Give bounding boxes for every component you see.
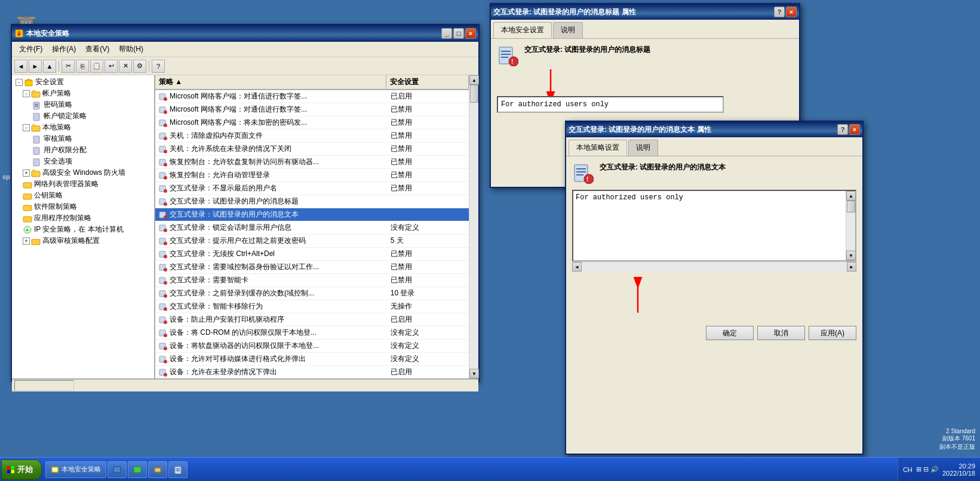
list-item[interactable]: 交互式登录：需要智能卡 已禁用 xyxy=(155,274,469,287)
list-item[interactable]: 交互式登录：锁定会话时显示用户信息 没有定义 xyxy=(155,221,469,235)
list-item[interactable]: 交互式登录：需要域控制器身份验证以对工作... 已禁用 xyxy=(155,261,469,274)
dialog1-tab2[interactable]: 说明 xyxy=(553,22,583,38)
main-window-titlebar[interactable]: 本地安全策略 _ □ × xyxy=(12,25,478,42)
menu-file[interactable]: 文件(F) xyxy=(14,43,47,56)
dialog1-titlebar[interactable]: 交互式登录: 试图登录的用户的消息标题 属性 ? × xyxy=(491,4,799,20)
tree-local-expand[interactable]: - xyxy=(23,124,30,131)
menu-help[interactable]: 帮助(H) xyxy=(114,43,148,56)
list-scrollbar[interactable]: ▲ ▼ xyxy=(469,75,478,378)
tree-item-advanced-audit[interactable]: + 高级审核策略配置 xyxy=(12,235,154,246)
h-scroll-right-btn[interactable]: ► xyxy=(847,262,856,272)
toolbar-forward[interactable]: ► xyxy=(29,60,42,73)
dialog1-tab1[interactable]: 本地安全设置 xyxy=(493,22,552,38)
textarea-scroll-thumb[interactable] xyxy=(847,201,855,212)
taskbar-item-2[interactable] xyxy=(107,461,127,478)
textarea-scroll-up[interactable]: ▲ xyxy=(846,191,856,201)
list-item[interactable]: 设备：防止用户安装打印机驱动程序 已启用 xyxy=(155,313,469,326)
taskbar-item-1[interactable]: 本地安全策略 xyxy=(45,461,106,478)
dialog2-tab2[interactable]: 说明 xyxy=(628,140,658,156)
list-item[interactable]: 设备：允许对可移动媒体进行格式化并弹出 没有定义 xyxy=(155,353,469,366)
tree-item-ipsec[interactable]: IP 安全策略，在 本地计算机 xyxy=(12,224,154,235)
scroll-up-btn[interactable]: ▲ xyxy=(469,75,479,85)
list-item[interactable]: 关机：清除虚拟内存页面文件 已禁用 xyxy=(155,130,469,143)
dialog1-help-btn[interactable]: ? xyxy=(774,7,785,17)
taskbar-item-4[interactable] xyxy=(148,461,167,478)
list-item[interactable]: 关机：允许系统在未登录的情况下关闭 已禁用 xyxy=(155,143,469,156)
list-item-selected[interactable]: 交互式登录：试图登录的用户的消息文本 xyxy=(155,208,469,221)
message-title-input[interactable] xyxy=(497,96,724,113)
tree-item-account-policies[interactable]: - 帐户策略 xyxy=(12,88,154,99)
textarea-v-scrollbar[interactable]: ▲ ▼ xyxy=(846,191,855,260)
list-item[interactable]: 设备：将软盘驱动器的访问权限仅限于本地登... 没有定义 xyxy=(155,340,469,353)
scroll-down-btn[interactable]: ▼ xyxy=(469,369,479,378)
dialog2-titlebar[interactable]: 交互式登录: 试图登录的用户的消息文本 属性 ? × xyxy=(566,122,862,137)
h-scroll-track[interactable] xyxy=(582,262,847,271)
dialog2-close-btn[interactable]: × xyxy=(849,124,860,135)
list-item[interactable]: 交互式登录：之前登录到缓存的次数(域控制... 10 登录 xyxy=(155,287,469,300)
dialog2-help-btn[interactable]: ? xyxy=(837,124,848,135)
window-content: - 安全设置 - 帐户策略 xyxy=(12,75,478,378)
h-scroll-left-btn[interactable]: ◄ xyxy=(572,262,582,272)
tree-item-firewall[interactable]: + 高级安全 Windows 防火墙 xyxy=(12,167,154,178)
toolbar-copy[interactable]: ⎘ xyxy=(76,60,89,73)
textarea-h-scrollbar[interactable]: ◄ ► xyxy=(572,261,856,271)
menu-action[interactable]: 操作(A) xyxy=(47,43,81,56)
message-text-input[interactable]: For authorized users only xyxy=(573,191,846,260)
tree-acct-expand[interactable]: - xyxy=(23,90,30,97)
tree-item-netlist[interactable]: 网络列表管理器策略 xyxy=(12,178,154,190)
dialog1-close-btn[interactable]: × xyxy=(786,7,797,17)
dialog2-ok-btn[interactable]: 确定 xyxy=(706,326,754,340)
start-button[interactable]: 开始 xyxy=(1,460,42,480)
tree-item-audit-policy[interactable]: 审核策略 xyxy=(12,133,154,144)
svg-rect-73 xyxy=(501,54,511,55)
toolbar-back[interactable]: ◄ xyxy=(14,60,27,73)
toolbar-delete[interactable]: ✕ xyxy=(119,60,132,73)
taskbar-item-5[interactable] xyxy=(168,461,188,478)
toolbar-cut[interactable]: ✂ xyxy=(62,60,75,73)
tree-item-pubkey[interactable]: 公钥策略 xyxy=(12,190,154,201)
list-item[interactable]: 交互式登录：无须按 Ctrl+Alt+Del 已禁用 xyxy=(155,248,469,261)
tree-root-expand[interactable]: - xyxy=(16,79,23,86)
textarea-scroll-down[interactable]: ▼ xyxy=(846,251,856,260)
list-item[interactable]: 恢复控制台：允许软盘复制并访问所有驱动器... 已禁用 xyxy=(155,156,469,169)
scroll-track[interactable] xyxy=(469,85,478,369)
header-security-setting[interactable]: 安全设置 xyxy=(386,75,469,89)
version-line2: 副版本 7601 xyxy=(939,434,975,443)
list-item[interactable]: Microsoft 网络客户端：对通信进行数字签... 已启用 xyxy=(155,90,469,103)
toolbar-help[interactable]: ? xyxy=(152,60,165,73)
tree-item-security-options[interactable]: 安全选项 xyxy=(12,156,154,167)
list-item[interactable]: 恢复控制台：允许自动管理登录 已禁用 xyxy=(155,169,469,182)
dialog2-apply-btn[interactable]: 应用(A) xyxy=(809,326,856,340)
tree-item-password-policy[interactable]: 密码策略 xyxy=(12,99,154,110)
menu-view[interactable]: 查看(V) xyxy=(81,43,114,56)
tree-item-applocker[interactable]: 应用程序控制策略 xyxy=(12,212,154,224)
list-item[interactable]: 设备：允许在未登录的情况下弹出 已启用 xyxy=(155,366,469,378)
list-item[interactable]: Microsoft 网络客户端：对通信进行数字签... 已禁用 xyxy=(155,103,469,116)
list-item[interactable]: 交互式登录：不显示最后的用户名 已禁用 xyxy=(155,182,469,195)
tree-item-lockout-policy[interactable]: 帐户锁定策略 xyxy=(12,110,154,122)
taskbar-item-3[interactable] xyxy=(128,461,147,478)
header-policy[interactable]: 策略 ▲ xyxy=(155,75,386,89)
list-item[interactable]: 交互式登录：试图登录的用户的消息标题 xyxy=(155,195,469,208)
list-item[interactable]: 交互式登录：智能卡移除行为 无操作 xyxy=(155,300,469,313)
tree-firewall-expand[interactable]: + xyxy=(23,169,30,177)
toolbar-undo[interactable]: ↩ xyxy=(105,60,118,73)
tree-adv-audit-expand[interactable]: + xyxy=(23,238,30,245)
toolbar-paste[interactable]: 📋 xyxy=(90,60,103,73)
tree-item-user-rights[interactable]: 用户权限分配 xyxy=(12,144,154,156)
dialog2-cancel-btn[interactable]: 取消 xyxy=(757,326,805,340)
list-item[interactable]: 设备：将 CD-ROM 的访问权限仅限于本地登... 没有定义 xyxy=(155,326,469,340)
close-button[interactable]: × xyxy=(465,28,476,39)
textarea-scroll-track[interactable] xyxy=(846,201,855,251)
dialog2-tab1[interactable]: 本地策略设置 xyxy=(569,140,627,156)
list-item[interactable]: 交互式登录：提示用户在过期之前更改密码 5 天 xyxy=(155,235,469,248)
toolbar-up[interactable]: ▲ xyxy=(43,60,56,73)
minimize-button[interactable]: _ xyxy=(441,28,452,39)
list-item[interactable]: Microsoft 网络客户端：将未加密的密码发... 已禁用 xyxy=(155,116,469,130)
tree-item-local-policies[interactable]: - 本地策略 xyxy=(12,122,154,133)
toolbar-properties[interactable]: ⚙ xyxy=(133,60,146,73)
scroll-thumb[interactable] xyxy=(470,85,478,103)
restore-button[interactable]: □ xyxy=(453,28,464,39)
tree-item-software-restriction[interactable]: 软件限制策略 xyxy=(12,201,154,212)
tree-root[interactable]: - 安全设置 xyxy=(12,76,154,88)
